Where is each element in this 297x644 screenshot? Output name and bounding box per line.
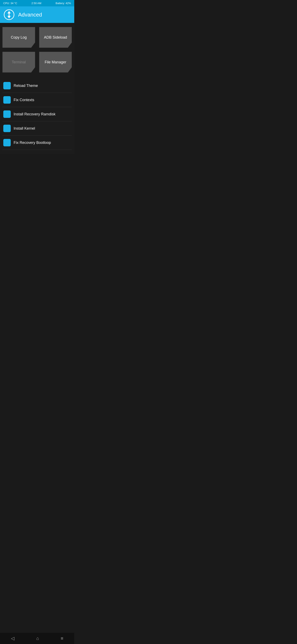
header: Advanced [0, 6, 74, 23]
app-logo [3, 9, 15, 20]
install-recovery-ramdisk-icon [3, 110, 11, 118]
reload-theme-item[interactable]: Reload Theme [2, 79, 72, 93]
install-kernel-icon [3, 125, 11, 132]
reload-theme-icon [3, 82, 11, 90]
fix-contexts-label: Fix Contexts [13, 98, 34, 102]
fix-recovery-bootloop-icon [3, 139, 11, 146]
copy-log-button[interactable]: Copy Log [2, 27, 35, 48]
install-recovery-ramdisk-label: Install Recovery Ramdisk [13, 112, 55, 116]
terminal-button[interactable]: Terminal [2, 52, 35, 72]
battery-status: Battery: 42% [56, 2, 71, 5]
fix-recovery-bootloop-item[interactable]: Fix Recovery Bootloop [2, 136, 72, 150]
fix-contexts-icon [3, 96, 11, 104]
install-recovery-ramdisk-item[interactable]: Install Recovery Ramdisk [2, 107, 72, 121]
cpu-status: CPU: 34 °C [3, 2, 17, 5]
status-bar: CPU: 34 °C 2:50 AM Battery: 42% [0, 0, 74, 6]
list-section: Reload Theme Fix Contexts Install Recove… [2, 79, 72, 150]
reload-theme-label: Reload Theme [13, 84, 38, 88]
svg-marker-2 [7, 15, 11, 18]
install-kernel-item[interactable]: Install Kernel [2, 121, 72, 136]
adb-sideload-button[interactable]: ADB Sideload [39, 27, 72, 48]
file-manager-button[interactable]: File Manager [39, 52, 72, 72]
button-grid: Copy Log ADB Sideload Terminal File Mana… [2, 27, 72, 72]
svg-marker-1 [7, 11, 11, 15]
main-content: Copy Log ADB Sideload Terminal File Mana… [0, 23, 74, 154]
fix-recovery-bootloop-label: Fix Recovery Bootloop [13, 140, 51, 145]
install-kernel-label: Install Kernel [13, 126, 35, 131]
fix-contexts-item[interactable]: Fix Contexts [2, 93, 72, 107]
page-title: Advanced [18, 12, 42, 18]
time-status: 2:50 AM [31, 2, 41, 5]
